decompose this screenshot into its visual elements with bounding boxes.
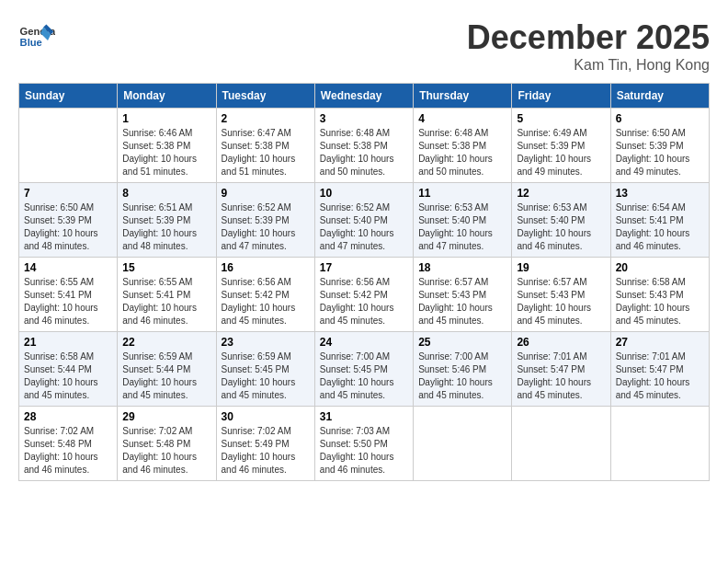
- day-number: 31: [320, 410, 408, 423]
- calendar-cell-1-6: 13Sunrise: 6:54 AMSunset: 5:41 PMDayligh…: [610, 183, 709, 258]
- day-number: 21: [24, 336, 112, 349]
- day-number: 16: [222, 261, 310, 274]
- svg-text:Blue: Blue: [20, 37, 42, 48]
- day-number: 12: [517, 187, 605, 200]
- calendar-cell-2-1: 15Sunrise: 6:55 AMSunset: 5:41 PMDayligh…: [118, 258, 216, 332]
- day-info: Sunrise: 6:55 AMSunset: 5:41 PMDaylight:…: [24, 276, 112, 327]
- day-number: 1: [122, 112, 210, 125]
- day-number: 2: [222, 112, 310, 125]
- day-info: Sunrise: 6:47 AMSunset: 5:38 PMDaylight:…: [222, 127, 310, 178]
- day-info: Sunrise: 7:02 AMSunset: 5:49 PMDaylight:…: [222, 425, 310, 477]
- day-number: 22: [122, 336, 210, 349]
- calendar-cell-3-4: 25Sunrise: 7:00 AMSunset: 5:46 PMDayligh…: [414, 332, 512, 407]
- day-number: 8: [122, 187, 210, 200]
- calendar-cell-4-3: 31Sunrise: 7:03 AMSunset: 5:50 PMDayligh…: [314, 407, 413, 481]
- calendar-cell-3-2: 23Sunrise: 6:59 AMSunset: 5:45 PMDayligh…: [216, 332, 314, 407]
- location: Kam Tin, Hong Kong: [467, 57, 710, 74]
- week-row-1: 1Sunrise: 6:46 AMSunset: 5:38 PMDaylight…: [19, 109, 710, 183]
- day-info: Sunrise: 6:56 AMSunset: 5:42 PMDaylight:…: [320, 276, 408, 327]
- calendar-cell-1-2: 9Sunrise: 6:52 AMSunset: 5:39 PMDaylight…: [216, 183, 314, 258]
- week-row-2: 7Sunrise: 6:50 AMSunset: 5:39 PMDaylight…: [19, 183, 710, 258]
- day-info: Sunrise: 7:02 AMSunset: 5:48 PMDaylight:…: [122, 425, 210, 477]
- calendar-cell-0-0: [19, 109, 118, 183]
- calendar-cell-4-0: 28Sunrise: 7:02 AMSunset: 5:48 PMDayligh…: [19, 407, 118, 481]
- calendar-cell-2-0: 14Sunrise: 6:55 AMSunset: 5:41 PMDayligh…: [19, 258, 118, 332]
- calendar-cell-4-1: 29Sunrise: 7:02 AMSunset: 5:48 PMDayligh…: [118, 407, 216, 481]
- day-number: 30: [222, 410, 310, 423]
- day-number: 17: [320, 261, 408, 274]
- calendar-cell-4-4: [414, 407, 512, 481]
- calendar-cell-2-5: 19Sunrise: 6:57 AMSunset: 5:43 PMDayligh…: [512, 258, 610, 332]
- calendar-cell-3-3: 24Sunrise: 7:00 AMSunset: 5:45 PMDayligh…: [314, 332, 413, 407]
- calendar-cell-1-0: 7Sunrise: 6:50 AMSunset: 5:39 PMDaylight…: [19, 183, 118, 258]
- day-number: 20: [616, 261, 704, 274]
- day-info: Sunrise: 6:49 AMSunset: 5:39 PMDaylight:…: [517, 127, 605, 178]
- calendar-cell-0-5: 5Sunrise: 6:49 AMSunset: 5:39 PMDaylight…: [512, 109, 610, 183]
- calendar-cell-3-1: 22Sunrise: 6:59 AMSunset: 5:44 PMDayligh…: [118, 332, 216, 407]
- day-info: Sunrise: 6:59 AMSunset: 5:45 PMDaylight:…: [222, 350, 310, 402]
- day-number: 18: [418, 261, 506, 274]
- week-row-3: 14Sunrise: 6:55 AMSunset: 5:41 PMDayligh…: [19, 258, 710, 332]
- week-row-4: 21Sunrise: 6:58 AMSunset: 5:44 PMDayligh…: [19, 332, 710, 407]
- calendar-cell-1-1: 8Sunrise: 6:51 AMSunset: 5:39 PMDaylight…: [118, 183, 216, 258]
- day-number: 28: [24, 410, 112, 423]
- day-number: 11: [418, 187, 506, 200]
- col-saturday: Saturday: [610, 84, 709, 109]
- day-number: 26: [517, 336, 605, 349]
- day-info: Sunrise: 6:58 AMSunset: 5:44 PMDaylight:…: [24, 350, 112, 402]
- day-number: 27: [616, 336, 704, 349]
- calendar-cell-2-4: 18Sunrise: 6:57 AMSunset: 5:43 PMDayligh…: [414, 258, 512, 332]
- calendar-cell-4-5: [512, 407, 610, 481]
- day-info: Sunrise: 7:00 AMSunset: 5:46 PMDaylight:…: [418, 350, 506, 402]
- week-row-5: 28Sunrise: 7:02 AMSunset: 5:48 PMDayligh…: [19, 407, 710, 481]
- calendar-cell-3-6: 27Sunrise: 7:01 AMSunset: 5:47 PMDayligh…: [610, 332, 709, 407]
- logo: General Blue: [18, 18, 59, 55]
- day-info: Sunrise: 7:01 AMSunset: 5:47 PMDaylight:…: [517, 350, 605, 402]
- calendar-table: Sunday Monday Tuesday Wednesday Thursday…: [18, 83, 710, 481]
- day-info: Sunrise: 6:48 AMSunset: 5:38 PMDaylight:…: [320, 127, 408, 178]
- calendar-cell-1-4: 11Sunrise: 6:53 AMSunset: 5:40 PMDayligh…: [414, 183, 512, 258]
- day-info: Sunrise: 7:01 AMSunset: 5:47 PMDaylight:…: [616, 350, 704, 402]
- title-block: December 2025 Kam Tin, Hong Kong: [467, 18, 710, 74]
- col-sunday: Sunday: [19, 84, 118, 109]
- calendar-cell-4-6: [610, 407, 709, 481]
- day-number: 14: [24, 261, 112, 274]
- day-info: Sunrise: 6:51 AMSunset: 5:39 PMDaylight:…: [122, 201, 210, 253]
- calendar-cell-2-3: 17Sunrise: 6:56 AMSunset: 5:42 PMDayligh…: [314, 258, 413, 332]
- day-number: 13: [616, 187, 704, 200]
- day-number: 6: [616, 112, 704, 125]
- day-number: 10: [320, 187, 408, 200]
- day-info: Sunrise: 6:57 AMSunset: 5:43 PMDaylight:…: [418, 276, 506, 327]
- day-number: 4: [418, 112, 506, 125]
- month-title: December 2025: [467, 18, 710, 57]
- calendar-cell-2-6: 20Sunrise: 6:58 AMSunset: 5:43 PMDayligh…: [610, 258, 709, 332]
- day-number: 3: [320, 112, 408, 125]
- day-info: Sunrise: 6:57 AMSunset: 5:43 PMDaylight:…: [517, 276, 605, 327]
- calendar-header-row: Sunday Monday Tuesday Wednesday Thursday…: [19, 84, 710, 109]
- page-header: General Blue December 2025 Kam Tin, Hong…: [18, 18, 710, 74]
- logo-icon: General Blue: [18, 18, 55, 55]
- calendar-cell-2-2: 16Sunrise: 6:56 AMSunset: 5:42 PMDayligh…: [216, 258, 314, 332]
- calendar-cell-0-4: 4Sunrise: 6:48 AMSunset: 5:38 PMDaylight…: [414, 109, 512, 183]
- calendar-cell-3-5: 26Sunrise: 7:01 AMSunset: 5:47 PMDayligh…: [512, 332, 610, 407]
- col-monday: Monday: [118, 84, 216, 109]
- calendar-cell-0-2: 2Sunrise: 6:47 AMSunset: 5:38 PMDaylight…: [216, 109, 314, 183]
- day-info: Sunrise: 6:52 AMSunset: 5:39 PMDaylight:…: [222, 201, 310, 253]
- day-info: Sunrise: 7:00 AMSunset: 5:45 PMDaylight:…: [320, 350, 408, 402]
- day-number: 29: [122, 410, 210, 423]
- calendar-cell-3-0: 21Sunrise: 6:58 AMSunset: 5:44 PMDayligh…: [19, 332, 118, 407]
- col-thursday: Thursday: [414, 84, 512, 109]
- day-info: Sunrise: 7:03 AMSunset: 5:50 PMDaylight:…: [320, 425, 408, 477]
- day-info: Sunrise: 6:55 AMSunset: 5:41 PMDaylight:…: [122, 276, 210, 327]
- calendar-cell-0-1: 1Sunrise: 6:46 AMSunset: 5:38 PMDaylight…: [118, 109, 216, 183]
- calendar-cell-1-3: 10Sunrise: 6:52 AMSunset: 5:40 PMDayligh…: [314, 183, 413, 258]
- day-info: Sunrise: 6:50 AMSunset: 5:39 PMDaylight:…: [24, 201, 112, 253]
- calendar-cell-1-5: 12Sunrise: 6:53 AMSunset: 5:40 PMDayligh…: [512, 183, 610, 258]
- calendar-cell-0-6: 6Sunrise: 6:50 AMSunset: 5:39 PMDaylight…: [610, 109, 709, 183]
- day-number: 23: [222, 336, 310, 349]
- day-info: Sunrise: 6:56 AMSunset: 5:42 PMDaylight:…: [222, 276, 310, 327]
- day-info: Sunrise: 6:59 AMSunset: 5:44 PMDaylight:…: [122, 350, 210, 402]
- day-info: Sunrise: 6:48 AMSunset: 5:38 PMDaylight:…: [418, 127, 506, 178]
- col-tuesday: Tuesday: [216, 84, 314, 109]
- day-info: Sunrise: 6:50 AMSunset: 5:39 PMDaylight:…: [616, 127, 704, 178]
